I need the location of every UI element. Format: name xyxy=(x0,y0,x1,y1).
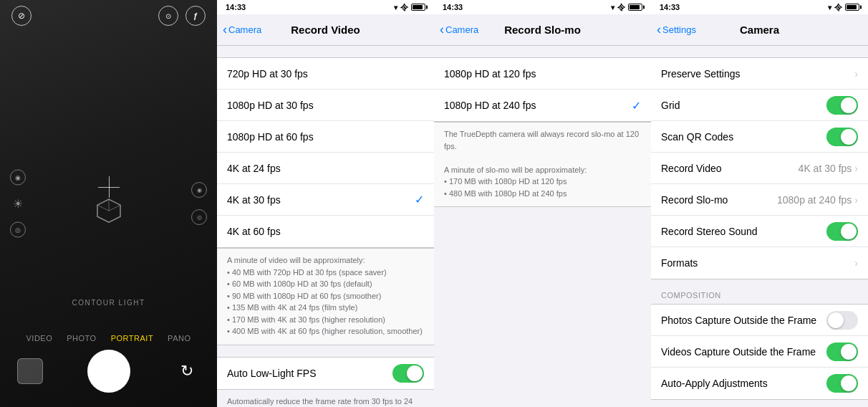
shutter-button[interactable] xyxy=(87,350,130,393)
status-bar-2: 14:33 ▾ 令 xyxy=(434,0,651,14)
auto-low-light-desc: Automatically reduce the frame rate from… xyxy=(217,390,434,408)
composition-desc: Capture the area outside the frame of th… xyxy=(651,400,868,407)
record-slomo-panel: 14:33 ▾ 令 ‹ Camera Record Slo-mo 1080p H… xyxy=(434,0,651,407)
back-label-2: Camera xyxy=(445,24,478,35)
camera-left-controls: ◉ ☀ ◎ xyxy=(10,170,26,238)
grid-label: Grid xyxy=(661,100,826,111)
photos-toggle-knob xyxy=(828,312,844,328)
info-button[interactable]: ƒ xyxy=(185,6,206,26)
checkmark-4k-30: ✓ xyxy=(415,193,424,206)
video-size-info-text: A minute of video will be approximately:… xyxy=(227,256,423,335)
videos-capture-row[interactable]: Videos Capture Outside the Frame xyxy=(651,336,868,368)
status-icons-3: ▾ 令 xyxy=(828,2,859,13)
record-stereo-sound-row[interactable]: Record Stereo Sound xyxy=(651,216,868,247)
mode-photo[interactable]: PHOTO xyxy=(67,334,96,343)
photos-capture-toggle[interactable] xyxy=(826,311,858,330)
video-option-4k-60-label: 4K at 60 fps xyxy=(227,226,424,237)
record-slomo-chevron: › xyxy=(854,194,858,206)
toggle-knob xyxy=(407,365,423,381)
record-video-value: 4K at 30 fps xyxy=(799,163,852,174)
back-to-camera[interactable]: ‹ Camera xyxy=(223,24,261,36)
wifi-icon: ▾ xyxy=(394,4,397,11)
camera-side-btn-1[interactable]: ◉ xyxy=(10,170,26,186)
wifi-icon-2: ▾ xyxy=(611,4,614,11)
mode-portrait[interactable]: PORTRAIT xyxy=(111,334,153,343)
grid-row[interactable]: Grid xyxy=(651,90,868,121)
video-option-4k-30[interactable]: 4K at 30 fps ✓ xyxy=(217,184,434,216)
camera-modes: VIDEO PHOTO PORTRAIT PANO xyxy=(0,334,217,343)
camera-thumbnail[interactable] xyxy=(17,358,43,384)
signal-icon-3: 令 xyxy=(834,2,842,13)
grid-toggle-knob xyxy=(841,97,857,113)
preserve-settings-row[interactable]: Preserve Settings › xyxy=(651,58,868,90)
record-slomo-title: Record Slo-mo xyxy=(504,24,581,36)
formats-chevron: › xyxy=(854,257,858,269)
slomo-240[interactable]: 1080p HD at 240 fps ✓ xyxy=(434,90,651,121)
slomo-approx-item-1: • 480 MB with 1080p HD at 240 fps xyxy=(444,189,566,198)
slomo-options-list: 1080p HD at 120 fps 1080p HD at 240 fps … xyxy=(434,57,651,122)
back-arrow-icon-2: ‹ xyxy=(440,23,444,36)
photos-capture-row[interactable]: Photos Capture Outside the Frame xyxy=(651,305,868,336)
formats-row[interactable]: Formats › xyxy=(651,247,868,279)
back-to-settings[interactable]: ‹ Settings xyxy=(657,24,696,36)
camera-right-btn-1[interactable]: ◉ xyxy=(191,182,207,198)
videos-capture-label: Videos Capture Outside the Frame xyxy=(661,346,826,358)
scan-qr-toggle-knob xyxy=(841,129,857,145)
battery-icon-3 xyxy=(845,4,859,11)
auto-apply-toggle[interactable] xyxy=(826,374,858,393)
mode-pano[interactable]: PANO xyxy=(168,334,191,343)
auto-low-light-toggle[interactable] xyxy=(392,364,424,383)
flip-camera-button[interactable]: ↻ xyxy=(174,358,200,384)
slomo-options-group: 1080p HD at 120 fps 1080p HD at 240 fps … xyxy=(434,57,651,207)
preserve-settings-label: Preserve Settings xyxy=(661,68,854,80)
record-slomo-row[interactable]: Record Slo-mo 1080p at 240 fps › xyxy=(651,184,868,216)
record-stereo-toggle[interactable] xyxy=(826,222,858,241)
slomo-approx-label: A minute of slo-mo will be approximately… xyxy=(444,166,587,174)
signal-icon: 令 xyxy=(400,2,408,13)
camera-right-controls: ◉ ◎ xyxy=(191,182,207,225)
record-stereo-sound-label: Record Stereo Sound xyxy=(661,226,826,237)
camera-settings-title: Camera xyxy=(740,24,779,36)
videos-capture-toggle[interactable] xyxy=(826,343,858,361)
video-option-1080-60-label: 1080p HD at 60 fps xyxy=(227,131,424,143)
camera-right-btn-2[interactable]: ◎ xyxy=(191,209,207,225)
battery-icon-2 xyxy=(628,4,642,11)
back-to-camera-2[interactable]: ‹ Camera xyxy=(440,24,478,36)
status-time-2: 14:33 xyxy=(443,3,463,11)
mode-video[interactable]: VIDEO xyxy=(26,334,53,343)
record-video-row[interactable]: Record Video 4K at 30 fps › xyxy=(651,153,868,184)
video-option-720[interactable]: 720p HD at 30 fps xyxy=(217,58,434,90)
auto-apply-row[interactable]: Auto-Apply Adjustments xyxy=(651,368,868,399)
camera-viewfinder: ⊘ ⊙ ƒ ◉ ☀ ◎ ◉ ◎ CONTOUR LIGHT VIDEO PHOT… xyxy=(0,0,217,407)
video-option-1080-30[interactable]: 1080p HD at 30 fps xyxy=(217,90,434,121)
record-video-title: Record Video xyxy=(291,24,360,36)
stereo-toggle-knob xyxy=(841,224,857,239)
live-button[interactable]: ⊙ xyxy=(158,6,178,26)
auto-low-light-row[interactable]: Auto Low-Light FPS xyxy=(217,358,434,389)
scan-qr-toggle[interactable] xyxy=(826,128,858,146)
video-option-4k-24[interactable]: 4K at 24 fps xyxy=(217,153,434,184)
camera-top-bar: ⊘ ⊙ ƒ xyxy=(0,0,217,32)
video-size-info: A minute of video will be approximately:… xyxy=(217,248,434,345)
status-time-3: 14:33 xyxy=(660,3,680,11)
video-option-720-label: 720p HD at 30 fps xyxy=(227,68,424,80)
back-arrow-icon: ‹ xyxy=(223,23,227,36)
status-bar-1: 14:33 ▾ 令 xyxy=(217,0,434,14)
auto-apply-toggle-knob xyxy=(841,375,857,391)
record-slomo-nav: ‹ Camera Record Slo-mo xyxy=(434,14,651,46)
camera-side-btn-2[interactable]: ◎ xyxy=(10,222,26,238)
auto-low-light-label: Auto Low-Light FPS xyxy=(227,368,392,379)
flash-button[interactable]: ⊘ xyxy=(11,6,32,26)
video-option-1080-60[interactable]: 1080p HD at 60 fps xyxy=(217,121,434,153)
slomo-120[interactable]: 1080p HD at 120 fps xyxy=(434,58,651,90)
video-option-4k-60[interactable]: 4K at 60 fps xyxy=(217,216,434,247)
camera-settings-content: Preserve Settings › Grid Scan QR Codes xyxy=(651,46,868,407)
status-bar-3: 14:33 ▾ 令 xyxy=(651,0,868,14)
grid-toggle[interactable] xyxy=(826,96,858,115)
svg-line-2 xyxy=(97,205,109,211)
status-icons-2: ▾ 令 xyxy=(611,2,642,13)
scan-qr-row[interactable]: Scan QR Codes xyxy=(651,121,868,153)
record-video-content: 720p HD at 30 fps 1080p HD at 30 fps 108… xyxy=(217,46,434,407)
videos-toggle-knob xyxy=(841,344,857,360)
record-video-options-group: 720p HD at 30 fps 1080p HD at 30 fps 108… xyxy=(217,57,434,345)
